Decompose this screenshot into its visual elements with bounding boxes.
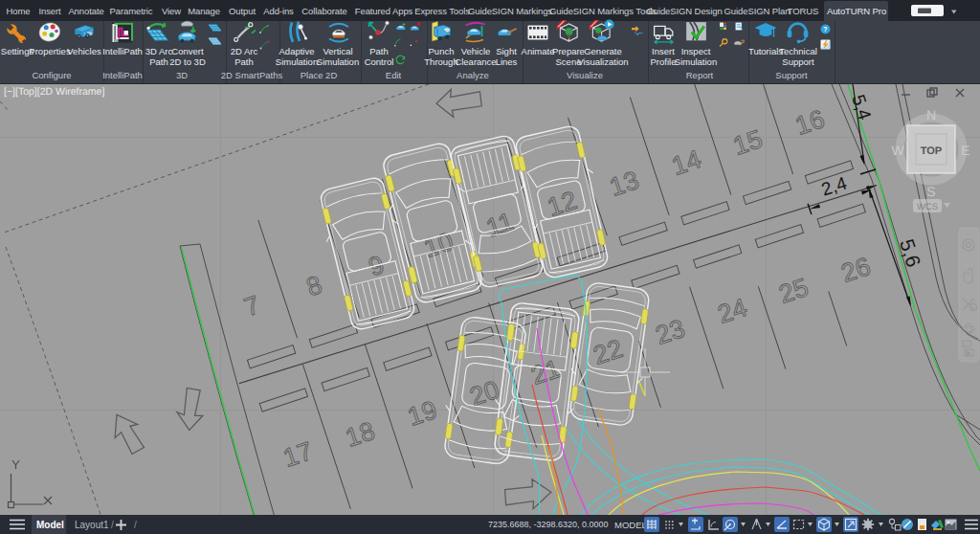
svg-text:S: S xyxy=(926,184,935,199)
svg-text:N: N xyxy=(926,107,936,122)
svg-text:W: W xyxy=(891,143,904,158)
svg-text:E: E xyxy=(961,143,969,158)
svg-text:?: ? xyxy=(823,26,827,33)
svg-text:[−][Top][2D Wireframe]: [−][Top][2D Wireframe] xyxy=(4,86,104,98)
svg-text:TOP: TOP xyxy=(921,145,942,157)
svg-text:WCS: WCS xyxy=(917,202,938,212)
